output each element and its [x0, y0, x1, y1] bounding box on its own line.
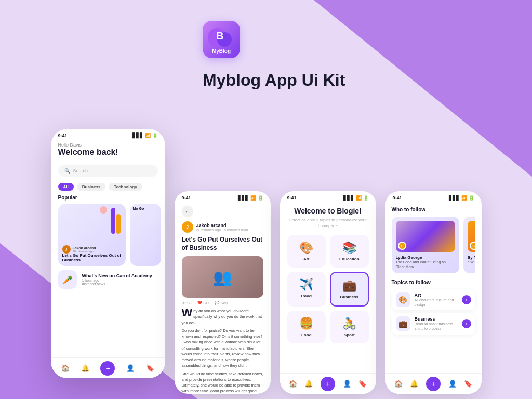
filter-all[interactable]: All [58, 183, 74, 191]
nav-bell[interactable]: 🔔 [81, 364, 89, 372]
nav-add-3[interactable]: + [321, 377, 335, 391]
status-icons-2: ▋▋▋ 📶 🔋 [238, 195, 263, 201]
status-icons-3: ▋▋▋ 📶 🔋 [343, 195, 369, 201]
welcome-text: Welcome back! [58, 148, 158, 157]
follow-card-1[interactable]: L Lydia George The Good and Bad of Being… [392, 217, 459, 273]
phones-showcase: 9:41 ▋▋▋ 📶 🔋 Hello Davis Welcome back! 🔍… [0, 129, 532, 394]
app-title: Myblog App Ui Kit [203, 71, 345, 90]
topic-row-business-info: Business Read all about business and... … [415, 316, 462, 331]
article-title: Let's Go Put Ourselves Out of Business [182, 236, 263, 252]
topic-row-art-icon: 🎨 [396, 292, 410, 307]
article-author-avatar: J [182, 221, 193, 233]
card-author: J Jakob arcand 20 minutes ago [62, 245, 96, 254]
status-bar-2: 9:41 ▋▋▋ 📶 🔋 [175, 191, 271, 203]
topic-education[interactable]: 📚 Education [330, 235, 369, 268]
status-bar-4: 9:41 ▋▋▋ 📶 🔋 [385, 191, 482, 203]
follow-avatar-1: L [398, 242, 406, 250]
follow-card-2[interactable]: B By T... 5 W... [463, 217, 475, 273]
topic-travel[interactable]: ✈️ Travel [287, 272, 326, 307]
status-icons-1: ▋▋▋ 📶 🔋 [132, 133, 158, 138]
popular-cards: J Jakob arcand 20 minutes ago Let's Go P… [51, 204, 165, 266]
nav-add-button[interactable]: + [100, 361, 115, 376]
follow-content: Who to follow L Lydia George The Good an… [385, 203, 482, 342]
back-button[interactable]: ← [182, 206, 193, 217]
wifi-icon: 📶 [145, 133, 151, 138]
list-item-1[interactable]: 🥕 What's New on Carrot Academy 1 hour ag… [51, 266, 165, 293]
article-body: Why do you do what you do?More specifica… [182, 308, 263, 394]
app-icon: B MyBlog [203, 21, 240, 58]
nav-bookmark-4[interactable]: 🔖 [464, 380, 472, 388]
follow-card-title-1: The Good and Bad of Being an Older Mom [396, 260, 455, 269]
topics-to-follow-title: Topics to follow [392, 280, 475, 285]
topic-food[interactable]: 🍔 Food [287, 311, 326, 343]
stat-likes: ❤️ 341 [197, 301, 209, 305]
filter-tabs: All Business Technology [51, 181, 165, 195]
article-stats: 👁 572 ❤️ 341 💬 2451 [182, 301, 263, 305]
greeting-text: Hello Davis [58, 142, 158, 148]
card-title-1: Let's Go Put Ourselves Out of Business [62, 253, 125, 263]
follow-card-img-2: B [468, 221, 475, 252]
follow-avatar-2: B [470, 242, 475, 250]
search-icon: 🔍 [64, 168, 70, 174]
signal-icon: ▋▋▋ [132, 133, 143, 138]
topic-art[interactable]: 🎨 Art [287, 235, 326, 268]
list-item-text: What's New on Carrot Academy 1 hour ago … [82, 273, 158, 286]
nav-bell-3[interactable]: 🔔 [304, 380, 313, 388]
who-to-follow-title: Who to follow [392, 207, 475, 212]
follow-card-img-1: L [396, 221, 455, 252]
follow-card-name-1: Lydia George [396, 255, 455, 260]
follow-card-title-2: 5 W... [468, 260, 475, 264]
list-item-icon: 🥕 [58, 270, 77, 289]
topic-business[interactable]: 💼 Business [330, 272, 369, 307]
topic-row-business[interactable]: 💼 Business Read all about business and..… [392, 313, 475, 334]
nav-home-4[interactable]: 🏠 [394, 380, 403, 388]
topic-row-art[interactable]: 🎨 Art All about art, culture and design … [392, 289, 475, 310]
topics-subtitle: Select at least 3 topics to personalize … [287, 217, 369, 229]
topic-row-business-icon: 💼 [396, 316, 410, 331]
topics-title: Welcome to Blogie! [287, 207, 369, 215]
article-author-row: J Jakob arcand 20 minutes ago · 5 minute… [182, 221, 263, 233]
phone-follow-screen: 9:41 ▋▋▋ 📶 🔋 Who to follow L Lydia Georg… [385, 191, 482, 394]
card-avatar: J [62, 245, 71, 254]
nav-bookmark[interactable]: 🔖 [146, 364, 154, 372]
phone-home-screen: 9:41 ▋▋▋ 📶 🔋 Hello Davis Welcome back! 🔍… [51, 129, 165, 378]
nav-home-3[interactable]: 🏠 [289, 380, 297, 388]
nav-profile-3[interactable]: 👤 [343, 380, 351, 388]
topics-content: Welcome to Blogie! Select at least 3 top… [280, 203, 376, 348]
topic-sport[interactable]: 🚴 Sport [330, 311, 369, 343]
bottom-nav-1: 🏠 🔔 + 👤 🔖 [51, 357, 165, 378]
search-bar[interactable]: 🔍 Search [58, 165, 158, 177]
nav-home[interactable]: 🏠 [61, 364, 70, 372]
filter-business[interactable]: Business [77, 183, 106, 191]
bottom-nav-3: 🏠 🔔 + 👤 🔖 [280, 373, 376, 394]
phone1-header: Hello Davis Welcome back! [51, 140, 165, 161]
topic-row-art-info: Art All about art, culture and design [415, 292, 462, 307]
card-author-info: Jakob arcand 20 minutes ago [73, 246, 96, 253]
nav-add-4[interactable]: + [426, 377, 441, 391]
nav-bookmark-3[interactable]: 🔖 [358, 380, 367, 388]
topic-row-art-arrow[interactable]: › [462, 295, 471, 304]
battery-icon: 🔋 [152, 133, 158, 138]
nav-bell-4[interactable]: 🔔 [410, 380, 418, 388]
article-author-info: Jakob arcand 20 minutes ago · 5 minutes … [196, 223, 248, 232]
status-bar-3: 9:41 ▋▋▋ 📶 🔋 [280, 191, 376, 203]
filter-technology[interactable]: Technology [109, 183, 142, 191]
phone-article-screen: 9:41 ▋▋▋ 📶 🔋 ← J Jakob arcand 20 minutes… [175, 191, 271, 394]
status-icons-4: ▋▋▋ 📶 🔋 [449, 195, 474, 201]
stat-comments: 💬 2451 [215, 301, 229, 305]
card-main-1[interactable]: J Jakob arcand 20 minutes ago Let's Go P… [58, 204, 126, 266]
nav-profile-4[interactable]: 👤 [448, 380, 457, 388]
phone-topics-screen: 9:41 ▋▋▋ 📶 🔋 Welcome to Blogie! Select a… [280, 191, 376, 394]
popular-section-title: Popular [51, 195, 165, 204]
topic-row-business-arrow[interactable]: › [462, 319, 471, 328]
follow-cards: L Lydia George The Good and Bad of Being… [392, 217, 475, 273]
article-content: ← J Jakob arcand 20 minutes ago · 5 minu… [175, 203, 271, 394]
bottom-nav-4: 🏠 🔔 + 👤 🔖 [385, 373, 482, 394]
topics-grid: 🎨 Art 📚 Education ✈️ Travel 💼 Business 🍔 [287, 235, 369, 343]
article-image: 👥 [182, 256, 263, 298]
stat-views: 👁 572 [182, 301, 193, 305]
nav-profile[interactable]: 👤 [126, 364, 135, 372]
card-small-1[interactable]: Mo Go [130, 204, 161, 266]
status-bar-1: 9:41 ▋▋▋ 📶 🔋 [51, 129, 165, 140]
app-branding: B MyBlog Myblog App Ui Kit [203, 21, 345, 90]
